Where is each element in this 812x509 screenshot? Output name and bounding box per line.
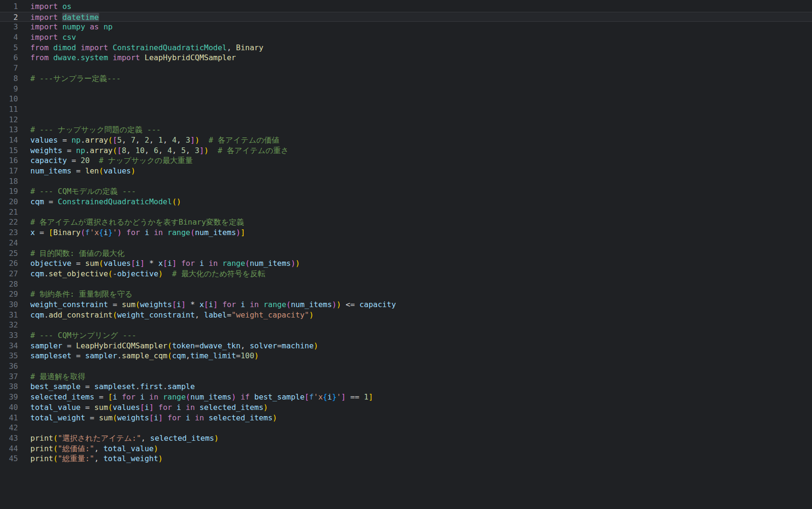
code-line[interactable]: 18 bbox=[0, 176, 812, 187]
code-text[interactable]: import csv bbox=[18, 32, 76, 43]
code-text[interactable]: # 目的関数: 価値の最大化 bbox=[18, 248, 125, 259]
code-text[interactable]: values = np.array([5, 7, 2, 1, 4, 3]) # … bbox=[18, 135, 279, 145]
code-line[interactable]: 41total_weight = sum(weights[i] for i in… bbox=[0, 413, 812, 423]
code-line[interactable]: 34sampler = LeapHybridCQMSampler(token=d… bbox=[0, 341, 812, 351]
code-line[interactable]: 7 bbox=[0, 63, 812, 73]
code-line[interactable]: 30weight_constraint = sum(weights[i] * x… bbox=[0, 300, 812, 310]
line-number[interactable]: 21 bbox=[0, 207, 18, 218]
code-text[interactable]: best_sample = sampleset.first.sample bbox=[18, 382, 195, 392]
line-number[interactable]: 5 bbox=[0, 43, 18, 53]
code-line[interactable]: 20cqm = ConstrainedQuadraticModel() bbox=[0, 197, 812, 207]
code-line[interactable]: 29# 制約条件: 重量制限を守る bbox=[0, 289, 812, 300]
code-line[interactable]: 17num_items = len(values) bbox=[0, 166, 812, 176]
line-number[interactable]: 11 bbox=[0, 104, 18, 115]
line-number[interactable]: 1 bbox=[0, 1, 18, 12]
line-number[interactable]: 41 bbox=[0, 413, 18, 423]
line-number[interactable]: 45 bbox=[0, 454, 18, 464]
code-text[interactable]: x = [Binary(f'x{i}') for i in range(num_… bbox=[18, 227, 245, 238]
code-line[interactable]: 38best_sample = sampleset.first.sample bbox=[0, 382, 812, 392]
line-number[interactable]: 10 bbox=[0, 94, 18, 104]
line-number[interactable]: 43 bbox=[0, 433, 18, 444]
code-line[interactable]: 6from dwave.system import LeapHybridCQMS… bbox=[0, 53, 812, 63]
line-number[interactable]: 32 bbox=[0, 320, 18, 330]
code-line[interactable]: 10 bbox=[0, 94, 812, 104]
code-line[interactable]: 15weights = np.array([8, 10, 6, 4, 5, 3]… bbox=[0, 145, 812, 156]
code-text[interactable]: num_items = len(values) bbox=[18, 166, 136, 176]
code-line[interactable]: 13# --- ナップサック問題の定義 --- bbox=[0, 125, 812, 135]
code-line[interactable]: 24 bbox=[0, 238, 812, 248]
code-text[interactable]: selected_items = [i for i in range(num_i… bbox=[18, 392, 373, 402]
code-text[interactable]: weight_constraint = sum(weights[i] * x[i… bbox=[18, 300, 396, 310]
code-line[interactable]: 43print("選択されたアイテム:", selected_items) bbox=[0, 433, 812, 444]
code-text[interactable]: weights = np.array([8, 10, 6, 4, 5, 3]) … bbox=[18, 145, 289, 156]
code-text[interactable] bbox=[18, 176, 30, 187]
line-number[interactable]: 44 bbox=[0, 444, 18, 454]
line-number[interactable]: 9 bbox=[0, 84, 18, 94]
code-line[interactable]: 11 bbox=[0, 104, 812, 115]
code-text[interactable] bbox=[18, 423, 30, 433]
line-number[interactable]: 8 bbox=[0, 73, 18, 84]
code-line[interactable]: 5from dimod import ConstrainedQuadraticM… bbox=[0, 43, 812, 53]
code-line[interactable]: 22# 各アイテムが選択されるかどうかを表すBinary変数を定義 bbox=[0, 217, 812, 227]
line-number[interactable]: 33 bbox=[0, 330, 18, 341]
code-line[interactable]: 33# --- CQMサンプリング --- bbox=[0, 330, 812, 341]
line-number[interactable]: 16 bbox=[0, 155, 18, 166]
code-line[interactable]: 16capacity = 20 # ナップサックの最大重量 bbox=[0, 155, 812, 166]
code-text[interactable]: print("総重量:", total_weight) bbox=[18, 454, 163, 464]
line-number[interactable]: 40 bbox=[0, 402, 18, 413]
code-text[interactable]: print("総価値:", total_value) bbox=[18, 444, 158, 454]
line-number[interactable]: 27 bbox=[0, 269, 18, 279]
line-number[interactable]: 6 bbox=[0, 53, 18, 63]
code-text[interactable]: import os bbox=[18, 1, 72, 12]
code-line[interactable]: 3import numpy as np bbox=[0, 22, 812, 32]
code-text[interactable]: sampler = LeapHybridCQMSampler(token=dwa… bbox=[18, 341, 318, 351]
code-line[interactable]: 27cqm.set_objective(-objective) # 最大化のため… bbox=[0, 269, 812, 279]
line-number[interactable]: 23 bbox=[0, 227, 18, 238]
line-number[interactable]: 22 bbox=[0, 217, 18, 227]
code-text[interactable]: total_value = sum(values[i] for i in sel… bbox=[18, 402, 268, 413]
code-text[interactable]: sampleset = sampler.sample_cqm(cqm,time_… bbox=[18, 351, 259, 361]
line-number[interactable]: 15 bbox=[0, 145, 18, 156]
code-text[interactable]: from dimod import ConstrainedQuadraticMo… bbox=[18, 43, 263, 53]
line-number[interactable]: 24 bbox=[0, 238, 18, 248]
line-number[interactable]: 42 bbox=[0, 423, 18, 433]
code-text[interactable]: from dwave.system import LeapHybridCQMSa… bbox=[18, 53, 236, 63]
line-number[interactable]: 13 bbox=[0, 125, 18, 135]
code-line[interactable]: 19# --- CQMモデルの定義 --- bbox=[0, 186, 812, 197]
code-text[interactable]: total_weight = sum(weights[i] for i in s… bbox=[18, 413, 277, 423]
code-line[interactable]: 32 bbox=[0, 320, 812, 330]
code-line[interactable]: 40total_value = sum(values[i] for i in s… bbox=[0, 402, 812, 413]
code-text[interactable] bbox=[18, 84, 30, 94]
code-line[interactable]: 39selected_items = [i for i in range(num… bbox=[0, 392, 812, 402]
code-editor[interactable]: 1import os2import datetime3import numpy … bbox=[0, 0, 812, 509]
code-line[interactable]: 12 bbox=[0, 115, 812, 125]
code-text[interactable]: # 制約条件: 重量制限を守る bbox=[18, 289, 132, 300]
line-number[interactable]: 31 bbox=[0, 310, 18, 320]
line-number[interactable]: 14 bbox=[0, 135, 18, 145]
code-text[interactable] bbox=[18, 320, 30, 330]
code-text[interactable] bbox=[18, 104, 30, 115]
code-text[interactable]: print("選択されたアイテム:", selected_items) bbox=[18, 433, 219, 444]
code-line[interactable]: 37# 最適解を取得 bbox=[0, 372, 812, 382]
code-text[interactable] bbox=[18, 361, 30, 372]
line-number[interactable]: 17 bbox=[0, 166, 18, 176]
code-text[interactable]: # --- CQMサンプリング --- bbox=[18, 330, 136, 341]
line-number[interactable]: 28 bbox=[0, 279, 18, 290]
code-line[interactable]: 21 bbox=[0, 207, 812, 218]
line-number[interactable]: 37 bbox=[0, 372, 18, 382]
line-number[interactable]: 4 bbox=[0, 32, 18, 43]
line-number[interactable]: 29 bbox=[0, 289, 18, 300]
line-number[interactable]: 3 bbox=[0, 22, 18, 32]
code-line[interactable]: 2import datetime bbox=[0, 12, 812, 22]
code-line[interactable]: 36 bbox=[0, 361, 812, 372]
code-text[interactable] bbox=[18, 279, 30, 290]
line-number[interactable]: 39 bbox=[0, 392, 18, 402]
code-line[interactable]: 1import os bbox=[0, 1, 812, 12]
code-text[interactable]: # --- CQMモデルの定義 --- bbox=[18, 186, 136, 197]
line-number[interactable]: 12 bbox=[0, 115, 18, 125]
code-line[interactable]: 31cqm.add_constraint(weight_constraint, … bbox=[0, 310, 812, 320]
line-number[interactable]: 25 bbox=[0, 248, 18, 259]
code-text[interactable]: import numpy as np bbox=[18, 22, 112, 32]
code-line[interactable]: 44print("総価値:", total_value) bbox=[0, 444, 812, 454]
code-text[interactable]: cqm = ConstrainedQuadraticModel() bbox=[18, 197, 181, 207]
